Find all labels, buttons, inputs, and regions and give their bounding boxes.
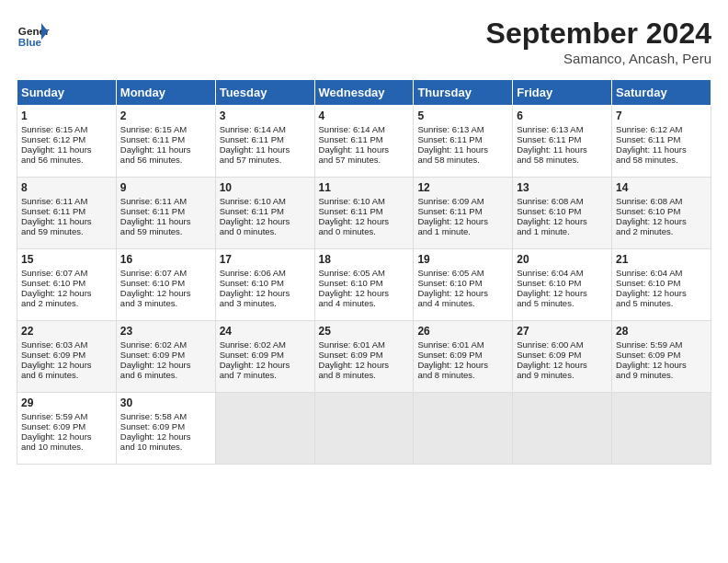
table-cell: 22Sunrise: 6:03 AMSunset: 6:09 PMDayligh… <box>17 321 117 393</box>
day-info: and 58 minutes. <box>417 155 508 165</box>
day-info: and 59 minutes. <box>21 226 112 236</box>
day-info: and 58 minutes. <box>517 155 608 165</box>
day-info: Daylight: 12 hours <box>220 360 311 370</box>
day-info: Sunset: 6:10 PM <box>120 278 211 288</box>
table-cell: 5Sunrise: 6:13 AMSunset: 6:11 PMDaylight… <box>414 106 513 178</box>
day-info: Sunrise: 6:12 AM <box>616 124 707 134</box>
day-info: Daylight: 11 hours <box>220 144 311 155</box>
day-info: and 4 minutes. <box>319 298 410 308</box>
day-info: and 6 minutes. <box>120 370 211 380</box>
day-info: Sunset: 6:09 PM <box>517 350 608 360</box>
day-info: Daylight: 12 hours <box>616 288 707 298</box>
table-cell: 14Sunrise: 6:08 AMSunset: 6:10 PMDayligh… <box>612 178 711 249</box>
col-tuesday: Tuesday <box>215 80 314 106</box>
day-info: Sunrise: 6:13 AM <box>417 124 508 134</box>
col-saturday: Saturday <box>612 80 711 106</box>
col-monday: Monday <box>116 80 215 106</box>
day-info: Sunset: 6:11 PM <box>21 206 112 216</box>
day-info: Sunset: 6:09 PM <box>616 350 707 360</box>
table-cell: 18Sunrise: 6:05 AMSunset: 6:10 PMDayligh… <box>314 249 414 321</box>
day-info: Sunset: 6:10 PM <box>616 206 707 216</box>
table-cell: 4Sunrise: 6:14 AMSunset: 6:11 PMDaylight… <box>314 106 414 178</box>
day-info: and 10 minutes. <box>120 442 211 452</box>
col-friday: Friday <box>513 80 612 106</box>
day-info: and 56 minutes. <box>120 155 211 165</box>
day-info: Sunset: 6:11 PM <box>319 134 410 144</box>
day-info: and 58 minutes. <box>616 155 707 165</box>
day-info: Daylight: 12 hours <box>319 360 410 370</box>
title-block: September 2024 Samanco, Ancash, Peru <box>486 17 711 66</box>
day-number: 16 <box>120 253 211 266</box>
day-info: Sunrise: 6:14 AM <box>319 124 410 134</box>
day-info: Daylight: 12 hours <box>220 216 311 226</box>
day-info: Daylight: 11 hours <box>319 144 410 155</box>
table-cell: 30Sunrise: 5:58 AMSunset: 6:09 PMDayligh… <box>116 393 215 465</box>
table-cell <box>513 393 612 465</box>
day-number: 12 <box>417 181 508 194</box>
table-cell: 1Sunrise: 6:15 AMSunset: 6:12 PMDaylight… <box>17 106 117 178</box>
day-info: Daylight: 12 hours <box>616 360 707 370</box>
logo-icon: General Blue <box>17 17 50 50</box>
table-cell: 26Sunrise: 6:01 AMSunset: 6:09 PMDayligh… <box>414 321 513 393</box>
table-cell: 21Sunrise: 6:04 AMSunset: 6:10 PMDayligh… <box>612 249 711 321</box>
day-info: Sunrise: 5:59 AM <box>616 339 707 350</box>
day-info: Daylight: 12 hours <box>220 288 311 298</box>
day-info: Sunset: 6:09 PM <box>120 350 211 360</box>
day-info: Sunrise: 6:05 AM <box>319 268 410 278</box>
day-info: and 0 minutes. <box>319 226 410 236</box>
day-info: Sunset: 6:10 PM <box>319 278 410 288</box>
table-cell: 15Sunrise: 6:07 AMSunset: 6:10 PMDayligh… <box>17 249 117 321</box>
day-info: Sunrise: 6:10 AM <box>220 196 311 206</box>
day-info: Sunrise: 6:11 AM <box>21 196 112 206</box>
day-info: and 1 minute. <box>517 226 608 236</box>
day-info: Daylight: 11 hours <box>616 144 707 155</box>
day-info: Daylight: 11 hours <box>517 144 608 155</box>
day-number: 24 <box>220 325 311 338</box>
day-info: Sunset: 6:11 PM <box>120 206 211 216</box>
day-info: Sunrise: 6:04 AM <box>517 268 608 278</box>
day-info: Sunset: 6:12 PM <box>21 134 112 144</box>
day-number: 26 <box>417 325 508 338</box>
day-info: Sunset: 6:09 PM <box>21 350 112 360</box>
table-cell: 16Sunrise: 6:07 AMSunset: 6:10 PMDayligh… <box>116 249 215 321</box>
day-info: Sunset: 6:10 PM <box>220 278 311 288</box>
day-number: 20 <box>517 253 608 266</box>
day-info: and 7 minutes. <box>220 370 311 380</box>
day-info: Sunrise: 6:11 AM <box>120 196 211 206</box>
day-info: Sunrise: 6:06 AM <box>220 268 311 278</box>
day-number: 22 <box>21 325 112 338</box>
day-info: Daylight: 12 hours <box>417 288 508 298</box>
day-info: Daylight: 12 hours <box>517 216 608 226</box>
header: General Blue September 2024 Samanco, Anc… <box>17 17 711 66</box>
table-cell: 11Sunrise: 6:10 AMSunset: 6:11 PMDayligh… <box>314 178 414 249</box>
day-info: Sunset: 6:10 PM <box>21 278 112 288</box>
day-number: 27 <box>517 325 608 338</box>
day-info: Sunset: 6:11 PM <box>417 134 508 144</box>
day-info: Sunrise: 6:07 AM <box>120 268 211 278</box>
day-info: Sunset: 6:09 PM <box>21 421 112 431</box>
day-number: 6 <box>517 109 608 122</box>
day-number: 21 <box>616 253 707 266</box>
day-info: Daylight: 12 hours <box>21 288 112 298</box>
day-info: Sunrise: 6:15 AM <box>21 124 112 134</box>
day-info: Sunrise: 6:01 AM <box>417 339 508 350</box>
day-info: Daylight: 12 hours <box>120 360 211 370</box>
day-number: 10 <box>220 181 311 194</box>
day-info: and 2 minutes. <box>616 226 707 236</box>
day-info: Daylight: 12 hours <box>616 216 707 226</box>
day-info: and 8 minutes. <box>417 370 508 380</box>
day-info: Sunrise: 6:08 AM <box>616 196 707 206</box>
day-info: Sunset: 6:11 PM <box>319 206 410 216</box>
day-info: Sunrise: 6:05 AM <box>417 268 508 278</box>
day-number: 15 <box>21 253 112 266</box>
day-info: Sunset: 6:11 PM <box>220 134 311 144</box>
table-cell: 9Sunrise: 6:11 AMSunset: 6:11 PMDaylight… <box>116 178 215 249</box>
col-thursday: Thursday <box>414 80 513 106</box>
day-number: 14 <box>616 181 707 194</box>
table-cell: 27Sunrise: 6:00 AMSunset: 6:09 PMDayligh… <box>513 321 612 393</box>
table-cell: 12Sunrise: 6:09 AMSunset: 6:11 PMDayligh… <box>414 178 513 249</box>
day-info: Sunrise: 6:07 AM <box>21 268 112 278</box>
day-info: Sunrise: 6:09 AM <box>417 196 508 206</box>
day-number: 28 <box>616 325 707 338</box>
table-cell: 10Sunrise: 6:10 AMSunset: 6:11 PMDayligh… <box>215 178 314 249</box>
